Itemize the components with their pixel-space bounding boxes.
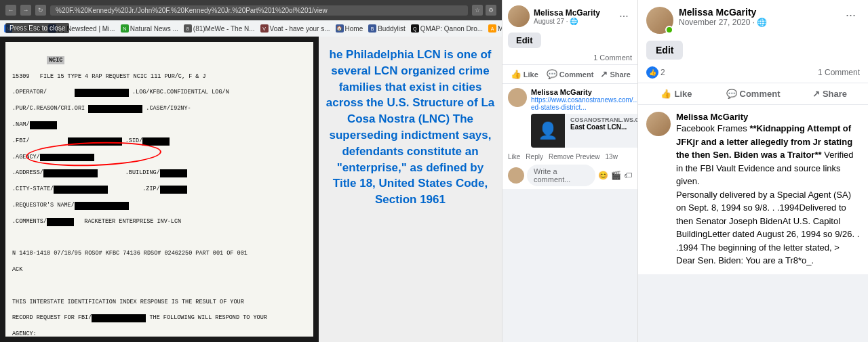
bookmark-label: Natural News ... bbox=[130, 25, 178, 33]
fb-actions-middle: 👍 Like 💬 Comment ↗ Share bbox=[502, 64, 637, 84]
share-label-right: Share bbox=[823, 89, 847, 99]
orders-favicon: A bbox=[488, 24, 496, 33]
bookmark-icon[interactable]: ☆ bbox=[472, 5, 483, 16]
right-avatar bbox=[646, 7, 673, 34]
post-text: Facebook Frames **Kidnapping Attempt of … bbox=[676, 122, 860, 268]
avatar-image bbox=[508, 5, 530, 27]
preview-image-placeholder: 👤 bbox=[538, 121, 558, 140]
fb-middle-post: Melissa McGarity August 27 · 🌐 ··· Edit … bbox=[502, 0, 637, 189]
voat-favicon: V bbox=[260, 24, 269, 33]
post-username[interactable]: Melissa McGarity bbox=[676, 112, 860, 122]
comment-input-middle[interactable]: Write a comment... bbox=[527, 165, 595, 186]
buddy-favicon: B bbox=[368, 24, 376, 33]
share-icon-right: ↗ bbox=[812, 89, 820, 99]
share-icon: ↗ bbox=[600, 69, 608, 79]
bookmark-qmap[interactable]: Q QMAP: Qanon Dro... bbox=[411, 24, 483, 33]
comment-icon-right: 💬 bbox=[726, 89, 737, 99]
preview-thumbnail: 👤 bbox=[531, 114, 565, 148]
fb-user-info: Melissa McGarity August 27 · 🌐 bbox=[534, 8, 612, 25]
like-label: Like bbox=[524, 70, 538, 79]
preview-text: COSANOSTRANL.WS.COM East Coast LCN... bbox=[568, 114, 637, 148]
preview-title: East Coast LCN... bbox=[570, 123, 637, 131]
comment-label-right: Comment bbox=[740, 89, 781, 99]
bookmark-voat[interactable]: V Voat - have your s... bbox=[260, 24, 330, 33]
document-image: NCIC 15309 FILE 15 TYPE 4 RAP REQUEST NC… bbox=[5, 42, 313, 337]
post-text-block: Melissa McGarity Facebook Frames **Kidna… bbox=[676, 112, 860, 268]
refresh-button[interactable]: ↻ bbox=[35, 5, 46, 16]
right-post-body: Melissa McGarity Facebook Frames **Kidna… bbox=[638, 105, 868, 274]
bookmark-buddylist[interactable]: B Buddylist bbox=[368, 24, 406, 33]
document-text: NCIC 15309 FILE 15 TYPE 4 RAP REQUEST NC… bbox=[12, 49, 307, 337]
qmap-favicon: Q bbox=[411, 24, 419, 33]
right-edit-button[interactable]: Edit bbox=[646, 41, 683, 60]
fb-share-button-middle[interactable]: ↗ Share bbox=[593, 66, 637, 82]
fb-comment-button-middle[interactable]: 💬 Comment bbox=[547, 66, 594, 82]
fb-link-url[interactable]: https://www.cosanostranews.com/.../unite… bbox=[531, 96, 637, 111]
facebook-right-panel: Melissa McGarity November 27, 2020 · 🌐 ·… bbox=[637, 0, 868, 342]
link-remove-preview-btn[interactable]: Remove Preview bbox=[549, 153, 600, 161]
sticker-icon[interactable]: 🏷 bbox=[624, 171, 632, 180]
right-more-button[interactable]: ··· bbox=[842, 7, 860, 24]
bookmark-mewe[interactable]: 8 (81)MeWe - The N... bbox=[184, 24, 255, 33]
fb-link-post: Melissa McGarity https://www.cosanostran… bbox=[502, 84, 637, 152]
bookmark-label: Manage Orders bbox=[498, 25, 502, 33]
fb-avatar-middle bbox=[508, 5, 530, 27]
like-icon: 👍 bbox=[511, 69, 521, 79]
right-username[interactable]: Melissa McGarity bbox=[679, 7, 836, 18]
facebook-middle-panel: Melissa McGarity August 27 · 🌐 ··· Edit … bbox=[502, 0, 637, 342]
right-actions-bar: 👍 Like 💬 Comment ↗ Share bbox=[638, 83, 868, 105]
back-button[interactable]: ← bbox=[5, 5, 16, 16]
naturalnews-favicon: N bbox=[121, 24, 129, 33]
fb-more-button-middle[interactable]: ··· bbox=[616, 8, 632, 24]
fb-username-middle[interactable]: Melissa McGarity bbox=[534, 8, 612, 18]
fb-like-button-middle[interactable]: 👍 Like bbox=[502, 66, 547, 82]
post-avatar bbox=[646, 112, 671, 136]
bookmark-manage-orders[interactable]: A Manage Orders bbox=[488, 24, 502, 33]
right-timestamp: November 27, 2020 · 🌐 bbox=[679, 18, 836, 27]
like-label-right: Like bbox=[674, 89, 692, 99]
link-reply-btn[interactable]: Reply bbox=[526, 153, 543, 161]
reaction-icons: 👍 2 bbox=[646, 66, 665, 79]
share-label: Share bbox=[610, 70, 631, 79]
gif-icon[interactable]: 🎬 bbox=[611, 171, 621, 180]
comment-avatar bbox=[508, 167, 524, 184]
bookmark-naturalnews[interactable]: N Natural News ... bbox=[121, 24, 178, 33]
right-user-info: Melissa McGarity November 27, 2020 · 🌐 bbox=[679, 7, 836, 27]
fb-link-content: Melissa McGarity https://www.cosanostran… bbox=[531, 88, 637, 148]
right-comment-button[interactable]: 💬 Comment bbox=[715, 85, 791, 103]
fb-link-username[interactable]: Melissa McGarity bbox=[531, 88, 637, 96]
browser-toolbar: ☆ ⚙ bbox=[472, 5, 496, 16]
bookmarks-bar: N Notebook f (*) Newsfeed | Mi... N Natu… bbox=[0, 20, 502, 37]
home-favicon: 🏠 bbox=[336, 24, 344, 33]
fb-edit-button-middle[interactable]: Edit bbox=[508, 33, 541, 48]
bookmark-label: Home bbox=[345, 25, 363, 33]
bookmark-label: (81)MeWe - The N... bbox=[193, 25, 255, 33]
document-panel: NCIC 15309 FILE 15 TYPE 4 RAP REQUEST NC… bbox=[0, 37, 319, 342]
fb-timestamp-middle: August 27 · 🌐 bbox=[534, 18, 612, 25]
forward-button[interactable]: → bbox=[20, 5, 31, 16]
right-comment-count: 1 Comment bbox=[818, 68, 860, 77]
fb-post-header: Melissa McGarity August 27 · 🌐 ··· bbox=[502, 0, 637, 30]
text-overlay: he Philadelphia LCN is one of several LC… bbox=[319, 37, 502, 342]
bookmark-label: Voat - have your s... bbox=[270, 25, 330, 33]
bookmark-home[interactable]: 🏠 Home bbox=[336, 24, 363, 33]
fb-link-actions: Like Reply Remove Preview 13w bbox=[502, 152, 637, 162]
link-timestamp: 13w bbox=[606, 153, 618, 161]
right-post: Melissa McGarity November 27, 2020 · 🌐 ·… bbox=[638, 0, 868, 274]
timestamp-text: November 27, 2020 · 🌐 bbox=[679, 18, 767, 27]
extension-icon[interactable]: ⚙ bbox=[486, 5, 496, 16]
emoji-icon[interactable]: 😊 bbox=[598, 171, 608, 180]
comment-label: Comment bbox=[559, 70, 594, 79]
comment-placeholder: Write a comment... bbox=[534, 167, 570, 184]
url-bar[interactable]: %20F.%20Kennedy%20Jr./John%20F.%20Kenned… bbox=[50, 5, 468, 16]
comment-icon: 💬 bbox=[547, 69, 557, 79]
fb-comment-count-middle: 1 Comment bbox=[502, 51, 637, 64]
online-indicator bbox=[665, 26, 673, 34]
right-post-content: Melissa McGarity Facebook Frames **Kidna… bbox=[646, 112, 860, 268]
link-like-btn[interactable]: Like bbox=[508, 153, 520, 161]
thumbs-up-reaction: 👍 bbox=[646, 66, 658, 79]
fb-link-avatar bbox=[508, 88, 527, 107]
right-like-button[interactable]: 👍 Like bbox=[638, 85, 715, 103]
right-share-button[interactable]: ↗ Share bbox=[791, 85, 868, 103]
browser-panel: ← → ↻ %20F.%20Kennedy%20Jr./John%20F.%20… bbox=[0, 0, 502, 342]
